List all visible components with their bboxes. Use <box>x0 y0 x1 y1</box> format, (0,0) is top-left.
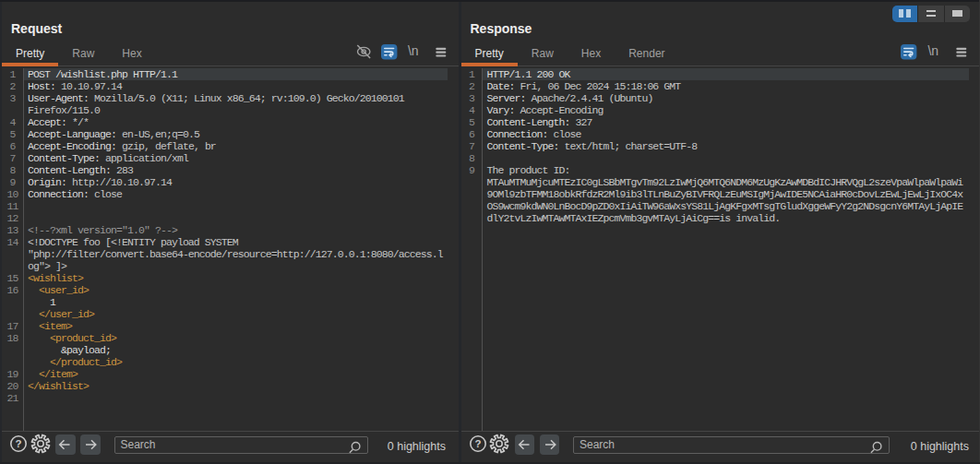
svg-text:?: ? <box>15 439 21 450</box>
svg-text:?: ? <box>474 439 481 450</box>
